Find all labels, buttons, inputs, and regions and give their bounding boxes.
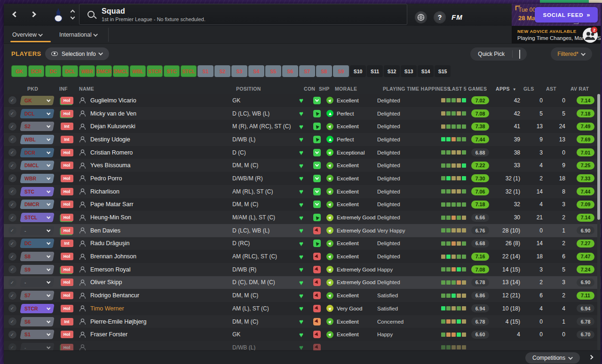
selection-check-icon[interactable]: ✓ — [8, 123, 16, 131]
world-icon[interactable] — [415, 11, 427, 23]
selection-check-icon[interactable]: ✓ — [8, 174, 16, 182]
social-feed-button[interactable]: SOCIAL FEED » — [535, 7, 598, 23]
pos-filter-wbl[interactable]: WBL — [130, 65, 146, 77]
picked-position-dropdown[interactable]: WBR — [20, 174, 55, 183]
table-row[interactable]: ✓ DMCL Hol Yves Bissouma DM, M (C) ♥ Exc… — [4, 159, 601, 172]
picked-position-dropdown[interactable]: GK — [20, 96, 55, 105]
player-name[interactable]: Emerson Royal — [90, 266, 130, 273]
pos-filter-stcr[interactable]: STCR — [147, 65, 163, 77]
pos-filter-gk[interactable]: GK — [11, 65, 27, 77]
title-search-box[interactable]: Squad 1st in Premier League - No fixture… — [79, 4, 407, 25]
col-apps[interactable]: APPS▼ — [496, 86, 516, 92]
tab-international[interactable]: International — [59, 26, 98, 44]
table-row[interactable]: ✓ DCR Hol Cristian Romero D (C) ♥ Except… — [4, 146, 601, 159]
player-name[interactable]: Radu Drăguşin — [90, 240, 129, 247]
player-name[interactable]: Yves Bissouma — [90, 162, 130, 169]
col-inf[interactable]: INF — [59, 86, 68, 92]
pos-filter-s6[interactable]: S6 — [282, 65, 298, 77]
selection-check-icon[interactable]: ✓ — [8, 96, 16, 104]
col-playing-time[interactable]: PLAYING TIME HAPPINESS — [383, 86, 451, 92]
table-row[interactable]: ✓ DCL Hol Micky van de Ven D (LC), WB (L… — [4, 107, 601, 120]
table-row[interactable]: ✓ S6 Int Pierre-Emile Højbjerg DM, M (C)… — [4, 315, 601, 328]
table-row[interactable]: ✓ STCR Hol Timo Werner AM (L), ST (C) ♥ … — [4, 302, 601, 315]
player-name[interactable]: Destiny Udogie — [90, 136, 130, 143]
pos-filter-dmcr[interactable]: DMCR — [96, 65, 112, 77]
player-name[interactable]: Guglielmo Vicario — [90, 97, 136, 104]
player-name[interactable]: Oliver Skipp — [90, 279, 122, 286]
picked-position-dropdown[interactable]: S6 — [20, 317, 55, 326]
pos-filter-s3[interactable]: S3 — [231, 65, 247, 77]
col-con[interactable]: CON — [304, 86, 315, 92]
picked-position-dropdown[interactable]: DCL — [20, 109, 55, 118]
selection-check-icon[interactable]: ✓ — [8, 265, 16, 273]
player-name[interactable]: Dejan Kulusevski — [90, 123, 135, 130]
pos-filter-s12[interactable]: S12 — [384, 65, 400, 77]
col-position[interactable]: POSITION — [236, 86, 261, 92]
search-icon[interactable] — [87, 11, 95, 18]
pos-filter-s4[interactable]: S4 — [248, 65, 264, 77]
picked-position-dropdown[interactable]: DC — [20, 239, 55, 248]
table-row[interactable]: ✓ GK Hol Guglielmo Vicario GK ♥ Excellen… — [4, 94, 601, 107]
table-row[interactable]: ✓ S9 Hol Emerson Royal D/WB (R) ♥ Extrem… — [4, 263, 601, 276]
table-row[interactable]: ✓ S2 Int Dejan Kulusevski M (R), AM (RC)… — [4, 120, 601, 133]
table-row[interactable]: ✓ S8 Hol Brennan Johnson AM (RLC), ST (C… — [4, 250, 601, 263]
picked-position-dropdown[interactable]: STCR — [20, 304, 55, 313]
forward-icon[interactable] — [30, 10, 40, 19]
player-name[interactable]: Cristian Romero — [90, 149, 133, 156]
next-panel-icon[interactable] — [588, 355, 594, 360]
pos-filter-s7[interactable]: S7 — [299, 65, 315, 77]
pos-filter-s9[interactable]: S9 — [333, 65, 349, 77]
help-icon[interactable]: ? — [434, 11, 446, 23]
filtered-dropdown[interactable]: Filtered* — [551, 47, 592, 61]
tab-overview[interactable]: Overview — [12, 26, 43, 44]
picked-position-dropdown[interactable]: DMCL — [20, 161, 55, 170]
pos-filter-s8[interactable]: S8 — [316, 65, 332, 77]
selection-check-icon[interactable]: ✓ — [8, 292, 16, 300]
competitions-dropdown[interactable]: Competitions — [525, 352, 580, 364]
club-badge[interactable] — [53, 7, 64, 22]
player-name[interactable]: Fraser Forster — [90, 331, 127, 338]
player-name[interactable]: Pape Matar Sarr — [90, 201, 134, 208]
picked-position-dropdown[interactable]: DMCR — [20, 200, 55, 209]
table-row[interactable]: ✓ DMCR Hol Pape Matar Sarr DM, M (C) ♥ E… — [4, 198, 601, 211]
picked-position-dropdown[interactable]: S8 — [20, 252, 55, 261]
pos-filter-dcr[interactable]: DCR — [28, 65, 44, 77]
col-morale[interactable]: MORALE — [335, 86, 357, 92]
pos-filter-s1[interactable]: S1 — [198, 65, 214, 77]
pos-filter-s15[interactable]: S15 — [435, 65, 451, 77]
picked-position-dropdown[interactable]: - — [20, 226, 55, 235]
pos-filter-dcl[interactable]: DCL — [62, 65, 78, 77]
pos-filter-dmcl[interactable]: DMCL — [113, 65, 129, 77]
scrollbar-thumb[interactable] — [597, 94, 600, 220]
table-row[interactable]: ✓ S1 Hol Fraser Forster GK ♥ Excellent H… — [4, 328, 601, 341]
selection-check-icon[interactable]: ✓ — [8, 109, 16, 117]
selection-check-icon[interactable]: ✓ — [8, 304, 16, 312]
picked-position-dropdown[interactable]: - — [20, 343, 55, 350]
pos-filter-s10[interactable]: S10 — [350, 65, 366, 77]
selection-check-icon[interactable]: ✓ — [8, 135, 16, 143]
player-name[interactable]: Rodrigo Bentancur — [90, 292, 139, 299]
picked-position-dropdown[interactable]: S9 — [20, 265, 55, 274]
table-row[interactable]: ✓ STCL Hol Heung-Min Son M/AM (L), ST (C… — [4, 211, 601, 224]
player-name[interactable]: Pedro Porro — [90, 175, 122, 182]
pos-filter-stcl[interactable]: STCL — [181, 65, 197, 77]
player-name[interactable]: Ben Davies — [90, 227, 120, 234]
pos-filter-stc[interactable]: STC — [164, 65, 180, 77]
table-row[interactable]: ✓ - Hol D/WB (L) ♥ — [4, 341, 601, 350]
selection-check-icon[interactable]: ✓ — [8, 226, 16, 234]
col-gls[interactable]: GLS — [523, 86, 534, 92]
selection-check-icon[interactable]: ✓ — [8, 318, 16, 325]
col-pkd[interactable]: PKD — [27, 86, 38, 92]
player-name[interactable]: Timo Werner — [90, 305, 124, 312]
pos-filter-s13[interactable]: S13 — [401, 65, 417, 77]
picked-position-dropdown[interactable]: S7 — [20, 291, 55, 300]
player-name[interactable]: Micky van de Ven — [90, 110, 136, 117]
quick-pick-button[interactable]: Quick Pick — [470, 47, 527, 61]
player-name[interactable]: Pierre-Emile Højbjerg — [90, 318, 146, 325]
picked-position-dropdown[interactable]: STC — [20, 187, 55, 196]
selection-check-icon[interactable]: ✓ — [8, 148, 16, 156]
table-row[interactable]: ✓ WBL Int Destiny Udogie D/WB (L) ♥ Perf… — [4, 133, 601, 146]
player-name[interactable]: Richarlison — [90, 188, 119, 195]
selection-check-icon[interactable]: ✓ — [8, 162, 16, 170]
table-row[interactable]: ✓ - Hol Oliver Skipp D (C), DM, M (C) ♥ … — [4, 276, 601, 289]
